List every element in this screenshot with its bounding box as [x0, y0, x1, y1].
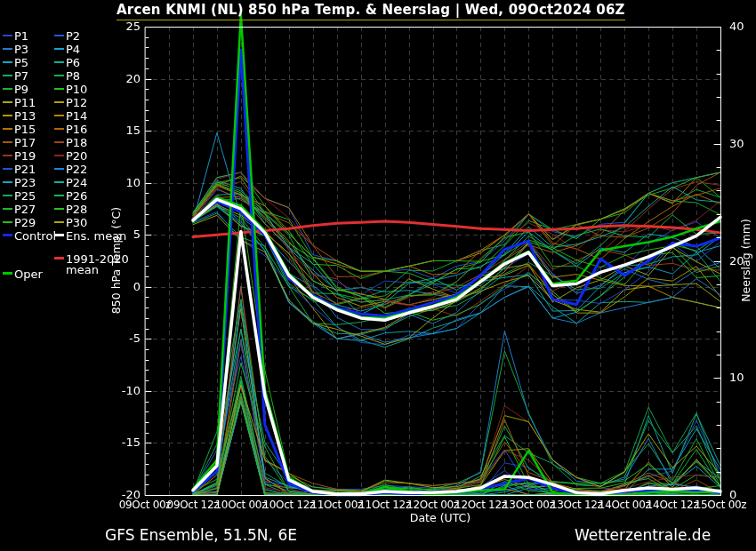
legend-item-P18: P18 [54, 136, 87, 148]
y-right-tick-30: 30 [729, 138, 756, 150]
legend-item-P20: P20 [54, 149, 87, 162]
legend-item-P15: P15 [3, 123, 36, 135]
y-left-tick-5: 5 [110, 228, 141, 241]
legend-item-P11: P11 [3, 96, 36, 108]
legend-item-P12: P12 [54, 96, 87, 108]
legend-item-P1: P1 [3, 29, 28, 42]
legend-label-P1: P1 [14, 29, 28, 43]
meteogram-page: Arcen KNMI (NL) 850 hPa Temp. & Neerslag… [0, 0, 756, 551]
legend-item-P14: P14 [54, 109, 87, 122]
legend-label-P20: P20 [66, 149, 87, 163]
legend-item-P25: P25 [3, 189, 36, 202]
legend-item-P26: P26 [54, 189, 87, 202]
legend-item-P4: P4 [54, 43, 80, 55]
legend-label-P2: P2 [66, 29, 80, 43]
legend-label-P3: P3 [14, 43, 28, 56]
legend-label-P4: P4 [66, 43, 80, 56]
legend-item-P21: P21 [3, 163, 36, 175]
legend-label-P15: P15 [14, 123, 36, 136]
legend-label-P14: P14 [66, 109, 87, 123]
legend-swatch-P25 [3, 195, 12, 196]
legend-label-P10: P10 [66, 83, 87, 96]
legend-item-P5: P5 [3, 56, 28, 68]
legend-item-P19: P19 [3, 149, 36, 162]
legend-swatch-P10 [54, 88, 64, 90]
y-left-axis-title: 850 hPa Temp. (°C) [109, 189, 124, 331]
legend-item-P6: P6 [54, 56, 80, 68]
legend-swatch-P2 [54, 35, 64, 36]
legend-swatch-P6 [54, 61, 64, 63]
legend-label-P24: P24 [66, 176, 87, 189]
legend-item-control: Control [3, 229, 56, 242]
legend-label-P30: P30 [66, 216, 87, 229]
legend-label-P21: P21 [14, 163, 36, 176]
legend-swatch-oper [3, 272, 12, 275]
x-axis-title: Date (UTC) [405, 511, 476, 524]
y-left-tick--5: -5 [110, 332, 141, 345]
legend-swatch-P13 [3, 115, 12, 116]
legend-item-P29: P29 [3, 216, 36, 228]
legend-label-control: Control [14, 229, 56, 243]
y-left-tick-25: 25 [110, 20, 141, 33]
legend-swatch-P20 [54, 155, 64, 156]
legend-label-P27: P27 [14, 203, 36, 216]
legend-item-P22: P22 [54, 163, 87, 175]
legend-label-P29: P29 [14, 216, 36, 229]
legend-swatch-P7 [3, 75, 12, 76]
legend-label-P17: P17 [14, 136, 36, 149]
legend-swatch-P22 [54, 168, 64, 170]
legend-item-oper: Oper [3, 268, 43, 280]
legend-swatch-P1 [3, 35, 12, 36]
legend-item-P13: P13 [3, 109, 36, 122]
legend-label-P5: P5 [14, 56, 28, 69]
legend-swatch-P26 [54, 195, 64, 196]
legend-swatch-P12 [54, 101, 64, 103]
model-info-text: GFS Ensemble, 51.5N, 6E [105, 526, 297, 544]
legend-label-P26: P26 [66, 189, 87, 203]
legend-label-P12: P12 [66, 96, 87, 109]
y-right-tick-10: 10 [729, 371, 756, 384]
legend-label-P11: P11 [14, 96, 36, 109]
legend-item-P7: P7 [3, 69, 28, 82]
site-credit-text: Wetterzentrale.de [575, 526, 711, 544]
x-tick-12: 15Oct 00z [688, 499, 752, 511]
legend-item-P2: P2 [54, 29, 80, 42]
legend-item-P3: P3 [3, 43, 28, 55]
legend-swatch-ensmean [54, 234, 64, 236]
legend-item-P10: P10 [54, 83, 87, 95]
legend-swatch-P5 [3, 61, 12, 63]
legend-label-P8: P8 [66, 69, 80, 83]
y-left-tick-10: 10 [110, 177, 141, 189]
y-left-tick--15: -15 [110, 436, 141, 449]
legend-label-P28: P28 [66, 203, 87, 216]
legend-swatch-P4 [54, 48, 64, 50]
y-left-tick-15: 15 [110, 124, 141, 137]
legend-label-P19: P19 [14, 149, 36, 163]
legend-item-P17: P17 [3, 136, 36, 148]
legend-swatch-P9 [3, 88, 12, 90]
legend-swatch-P19 [3, 155, 12, 156]
legend-label-climate-line2: mean [66, 264, 99, 276]
legend-swatch-P14 [54, 115, 64, 116]
legend-swatch-P24 [54, 181, 64, 183]
legend-swatch-climate [54, 257, 64, 260]
legend-label-P9: P9 [14, 83, 28, 96]
legend-item-P27: P27 [3, 203, 36, 215]
legend-item-P9: P9 [3, 83, 28, 95]
legend-item-P16: P16 [54, 123, 87, 135]
legend-item-P30: P30 [54, 216, 87, 228]
legend-label-P22: P22 [66, 163, 87, 176]
legend-swatch-P21 [3, 168, 12, 170]
legend-item-P24: P24 [54, 176, 87, 188]
y-left-tick-0: 0 [110, 281, 141, 293]
legend-swatch-P27 [3, 208, 12, 210]
legend-swatch-P3 [3, 48, 12, 50]
legend-label-P25: P25 [14, 189, 36, 203]
legend-swatch-P18 [54, 141, 64, 143]
legend-label-P13: P13 [14, 109, 36, 123]
legend-swatch-P16 [54, 128, 64, 130]
legend-swatch-P30 [54, 221, 64, 223]
legend-swatch-P17 [3, 141, 12, 143]
legend-swatch-control [3, 234, 12, 236]
legend-label-P6: P6 [66, 56, 80, 69]
